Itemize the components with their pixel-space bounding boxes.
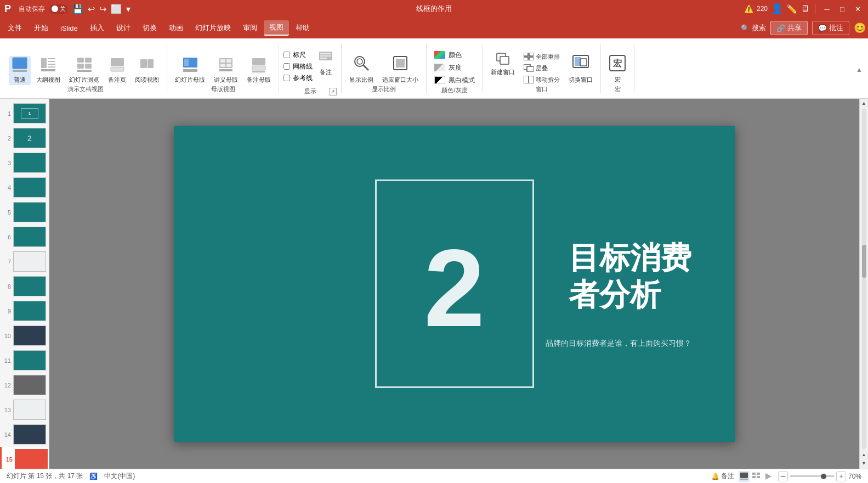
- notes-button[interactable]: 备注: [315, 48, 337, 77]
- slide-item[interactable]: 13: [0, 397, 49, 422]
- svg-rect-18: [184, 59, 189, 66]
- right-scrollbar[interactable]: ▲ ▲ ▼: [859, 99, 868, 469]
- comment-button[interactable]: 💬 批注: [812, 21, 849, 35]
- menu-item-transition[interactable]: 切换: [137, 21, 162, 35]
- menu-item-design[interactable]: 设计: [111, 21, 136, 35]
- restore-btn[interactable]: □: [836, 3, 848, 15]
- svg-rect-39: [500, 57, 509, 64]
- arrange-all-button[interactable]: 全部重排: [520, 52, 563, 62]
- slide-item[interactable]: 11: [0, 348, 49, 373]
- slide-item-active[interactable]: 15: [0, 447, 49, 469]
- guides-checkbox[interactable]: 参考线: [283, 74, 313, 83]
- minimize-btn[interactable]: ─: [821, 3, 833, 15]
- reading-view-button[interactable]: 阅读视图: [132, 56, 162, 85]
- grayscale-button[interactable]: 灰度: [431, 62, 478, 74]
- ribbon-collapse-button[interactable]: ▲: [855, 65, 864, 74]
- slide-sorter-button[interactable]: 幻灯片浏览: [66, 56, 103, 85]
- undo-icon[interactable]: ↩: [88, 4, 95, 14]
- normal-view-button[interactable]: 普通: [9, 56, 31, 85]
- grid-check[interactable]: [283, 63, 290, 70]
- zoom-minus-btn[interactable]: ─: [778, 471, 788, 481]
- switch-window-button[interactable]: 切换窗口: [565, 53, 596, 85]
- menu-item-islide[interactable]: iSlide: [55, 22, 83, 35]
- slide-item[interactable]: 1 1: [0, 101, 49, 126]
- slide-master-button[interactable]: 幻灯片母版: [172, 56, 208, 85]
- svg-rect-58: [757, 476, 760, 478]
- menu-item-home[interactable]: 开始: [29, 21, 54, 35]
- menu-item-file[interactable]: 文件: [2, 21, 27, 35]
- customize-icon[interactable]: ⬜: [111, 4, 122, 14]
- slide-panel[interactable]: 1 1 2 2 3 4: [0, 99, 49, 469]
- zoom-level: 70%: [848, 473, 861, 480]
- grid-view-status-btn[interactable]: [751, 471, 762, 482]
- slide-item[interactable]: 3: [0, 150, 49, 175]
- scroll-up-arrow[interactable]: ▲: [860, 99, 869, 108]
- slide-item[interactable]: 8: [0, 274, 49, 299]
- grid-checkbox[interactable]: 网格线: [283, 62, 313, 71]
- normal-view-status-btn[interactable]: [739, 471, 750, 482]
- menu-item-review[interactable]: 审阅: [237, 21, 263, 35]
- svg-rect-13: [111, 58, 124, 66]
- notes-page-label: 备注页: [108, 76, 126, 84]
- slide-item[interactable]: 7: [0, 249, 49, 274]
- menu-item-help[interactable]: 帮助: [290, 21, 315, 35]
- ruler-checkbox[interactable]: 标尺: [283, 50, 313, 60]
- slide-title: 目标消费 者分析: [569, 239, 691, 313]
- share-button[interactable]: 🔗 共享: [770, 21, 808, 35]
- menu-item-slideshow[interactable]: 幻灯片放映: [190, 21, 236, 35]
- slide-item[interactable]: 9: [0, 299, 49, 323]
- bw-button[interactable]: 黑白模式: [431, 75, 478, 86]
- notes-master-button[interactable]: 备注母版: [243, 56, 274, 85]
- ruler-check[interactable]: [283, 52, 290, 58]
- slide-item[interactable]: 4: [0, 175, 49, 200]
- zoom-plus-btn[interactable]: +: [836, 471, 846, 481]
- slideshow-status-btn[interactable]: [763, 471, 774, 482]
- search-area[interactable]: 🔍 搜索: [741, 23, 766, 33]
- fit-window-button[interactable]: 适应窗口大小: [379, 53, 422, 85]
- scroll-down-arrow[interactable]: ▼: [860, 459, 869, 468]
- menu-item-view[interactable]: 视图: [264, 20, 289, 36]
- autosave-toggle[interactable]: 关: [49, 4, 68, 14]
- close-btn[interactable]: ✕: [852, 3, 864, 15]
- slide-item[interactable]: 14: [0, 422, 49, 447]
- svg-rect-16: [147, 59, 154, 68]
- pen-icon[interactable]: ✏️: [786, 4, 797, 14]
- account-icon[interactable]: 👤: [771, 3, 783, 15]
- zoom-slider[interactable]: [790, 475, 834, 477]
- slide-item[interactable]: 6: [0, 224, 49, 249]
- macro-button[interactable]: 宏 宏: [605, 53, 629, 85]
- slide-thumb: [13, 251, 46, 272]
- slide-number: 11: [2, 357, 11, 364]
- move-split-button[interactable]: 移动拆分: [520, 75, 563, 85]
- notes-status-button[interactable]: 🔔 备注: [711, 471, 734, 481]
- menu-item-animation[interactable]: 动画: [163, 21, 189, 35]
- notes-status-label: 备注: [721, 471, 734, 481]
- scroll-down-step[interactable]: ▲: [860, 450, 869, 459]
- smiley-icon[interactable]: 😊: [854, 22, 866, 34]
- notes-page-button[interactable]: 备注页: [105, 56, 129, 85]
- zoom-button[interactable]: 显示比例: [346, 53, 377, 85]
- save-icon[interactable]: 💾: [72, 4, 83, 14]
- app-logo-icon: P: [4, 3, 11, 15]
- guides-check[interactable]: [283, 75, 290, 81]
- dropdown-icon[interactable]: ▾: [126, 4, 131, 14]
- color-button[interactable]: 颜色: [431, 49, 478, 61]
- handout-master-button[interactable]: 讲义母版: [211, 56, 241, 85]
- svg-rect-7: [41, 69, 55, 71]
- redo-icon[interactable]: ↪: [99, 4, 106, 14]
- new-window-button[interactable]: 新建窗口: [487, 52, 518, 85]
- outline-view-button[interactable]: 大纲视图: [33, 56, 64, 85]
- menu-bar: 文件 开始 iSlide 插入 设计 切换 动画 幻灯片放映 审阅 视图 帮助 …: [0, 18, 868, 38]
- slide-item[interactable]: 5: [0, 200, 49, 224]
- menu-item-insert[interactable]: 插入: [84, 21, 110, 35]
- show-expand-btn[interactable]: ↗: [329, 88, 337, 96]
- slide-item[interactable]: 10: [0, 323, 49, 348]
- svg-line-35: [364, 65, 368, 70]
- slide-thumb: [13, 350, 46, 370]
- slide-item[interactable]: 12: [0, 373, 49, 397]
- bw-label: 黑白模式: [449, 76, 475, 85]
- cascade-button[interactable]: 层叠: [520, 63, 563, 74]
- screen-icon[interactable]: 🖥: [801, 4, 809, 14]
- slide-item[interactable]: 2 2: [0, 126, 49, 150]
- ribbon-group-show: 标尺 网格线 参考线 备注: [279, 44, 342, 93]
